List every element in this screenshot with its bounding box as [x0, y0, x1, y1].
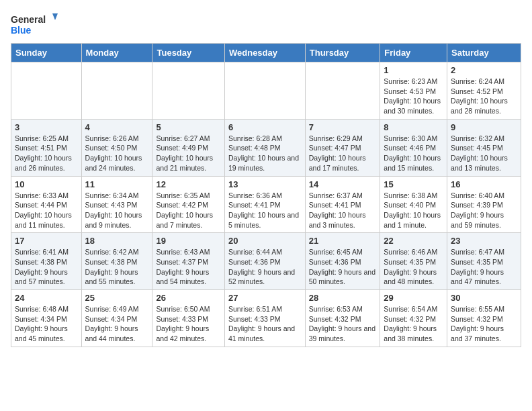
calendar-cell: 25Sunrise: 6:49 AMSunset: 4:34 PMDayligh…: [81, 290, 152, 347]
day-info: Sunrise: 6:28 AMSunset: 4:48 PMDaylight:…: [228, 134, 302, 173]
day-info: Sunrise: 6:54 AMSunset: 4:32 PMDaylight:…: [384, 304, 443, 344]
calendar-cell: 10Sunrise: 6:33 AMSunset: 4:44 PMDayligh…: [11, 176, 82, 233]
day-number: 14: [309, 179, 377, 189]
day-info: Sunrise: 6:29 AMSunset: 4:47 PMDaylight:…: [309, 134, 377, 173]
day-info: Sunrise: 6:53 AMSunset: 4:32 PMDaylight:…: [309, 304, 377, 344]
day-number: 17: [15, 236, 78, 246]
col-header-wednesday: Wednesday: [224, 44, 305, 62]
day-number: 27: [228, 293, 302, 303]
calendar-cell: 4Sunrise: 6:26 AMSunset: 4:50 PMDaylight…: [81, 119, 152, 176]
day-number: 15: [384, 179, 443, 189]
day-number: 2: [451, 65, 517, 75]
calendar-cell: 13Sunrise: 6:36 AMSunset: 4:41 PMDayligh…: [224, 176, 305, 233]
calendar-cell: [305, 62, 380, 120]
calendar-cell: 21Sunrise: 6:45 AMSunset: 4:36 PMDayligh…: [305, 233, 380, 290]
day-number: 30: [451, 293, 517, 303]
calendar-cell: 12Sunrise: 6:35 AMSunset: 4:42 PMDayligh…: [152, 176, 225, 233]
calendar-cell: [11, 62, 82, 120]
day-number: 29: [384, 293, 443, 303]
day-number: 11: [85, 179, 149, 189]
day-info: Sunrise: 6:50 AMSunset: 4:33 PMDaylight:…: [156, 304, 221, 344]
day-number: 1: [384, 65, 443, 75]
day-info: Sunrise: 6:45 AMSunset: 4:36 PMDaylight:…: [309, 247, 377, 287]
col-header-tuesday: Tuesday: [152, 44, 225, 62]
day-info: Sunrise: 6:38 AMSunset: 4:40 PMDaylight:…: [384, 191, 443, 230]
col-header-monday: Monday: [81, 44, 152, 62]
col-header-thursday: Thursday: [305, 44, 380, 62]
calendar-week-2: 3Sunrise: 6:25 AMSunset: 4:51 PMDaylight…: [11, 119, 521, 176]
calendar-cell: 1Sunrise: 6:23 AMSunset: 4:53 PMDaylight…: [380, 62, 447, 120]
calendar-header-row: SundayMondayTuesdayWednesdayThursdayFrid…: [11, 44, 521, 62]
day-info: Sunrise: 6:37 AMSunset: 4:41 PMDaylight:…: [309, 191, 377, 230]
day-info: Sunrise: 6:49 AMSunset: 4:34 PMDaylight:…: [85, 304, 149, 344]
calendar-cell: 8Sunrise: 6:30 AMSunset: 4:46 PMDaylight…: [380, 119, 447, 176]
calendar-week-4: 17Sunrise: 6:41 AMSunset: 4:38 PMDayligh…: [11, 233, 521, 290]
day-info: Sunrise: 6:30 AMSunset: 4:46 PMDaylight:…: [384, 134, 443, 173]
calendar-cell: 3Sunrise: 6:25 AMSunset: 4:51 PMDaylight…: [11, 119, 82, 176]
day-info: Sunrise: 6:25 AMSunset: 4:51 PMDaylight:…: [15, 134, 78, 173]
day-info: Sunrise: 6:33 AMSunset: 4:44 PMDaylight:…: [15, 191, 78, 230]
calendar-week-1: 1Sunrise: 6:23 AMSunset: 4:53 PMDaylight…: [11, 62, 521, 120]
day-number: 5: [156, 122, 221, 132]
day-info: Sunrise: 6:24 AMSunset: 4:52 PMDaylight:…: [451, 77, 517, 116]
day-info: Sunrise: 6:34 AMSunset: 4:43 PMDaylight:…: [85, 191, 149, 230]
calendar-cell: 30Sunrise: 6:55 AMSunset: 4:32 PMDayligh…: [447, 290, 521, 347]
calendar-cell: 19Sunrise: 6:43 AMSunset: 4:37 PMDayligh…: [152, 233, 225, 290]
day-number: 26: [156, 293, 221, 303]
calendar-cell: 9Sunrise: 6:32 AMSunset: 4:45 PMDaylight…: [447, 119, 521, 176]
calendar-body: 1Sunrise: 6:23 AMSunset: 4:53 PMDaylight…: [11, 62, 521, 347]
calendar-table: SundayMondayTuesdayWednesdayThursdayFrid…: [11, 43, 521, 347]
calendar-cell: 26Sunrise: 6:50 AMSunset: 4:33 PMDayligh…: [152, 290, 225, 347]
calendar-cell: 14Sunrise: 6:37 AMSunset: 4:41 PMDayligh…: [305, 176, 380, 233]
day-number: 13: [228, 179, 302, 189]
day-number: 8: [384, 122, 443, 132]
calendar-cell: [152, 62, 225, 120]
calendar-cell: 6Sunrise: 6:28 AMSunset: 4:48 PMDaylight…: [224, 119, 305, 176]
calendar-cell: 5Sunrise: 6:27 AMSunset: 4:49 PMDaylight…: [152, 119, 225, 176]
day-number: 18: [85, 236, 149, 246]
svg-text:Blue: Blue: [11, 25, 32, 36]
day-info: Sunrise: 6:48 AMSunset: 4:34 PMDaylight:…: [15, 304, 78, 344]
calendar-week-5: 24Sunrise: 6:48 AMSunset: 4:34 PMDayligh…: [11, 290, 521, 347]
calendar-cell: 7Sunrise: 6:29 AMSunset: 4:47 PMDaylight…: [305, 119, 380, 176]
calendar-cell: 16Sunrise: 6:40 AMSunset: 4:39 PMDayligh…: [447, 176, 521, 233]
logo-svg: General Blue: [11, 11, 58, 38]
day-info: Sunrise: 6:42 AMSunset: 4:38 PMDaylight:…: [85, 247, 149, 287]
calendar-cell: 17Sunrise: 6:41 AMSunset: 4:38 PMDayligh…: [11, 233, 82, 290]
calendar-cell: 2Sunrise: 6:24 AMSunset: 4:52 PMDaylight…: [447, 62, 521, 120]
calendar-cell: 24Sunrise: 6:48 AMSunset: 4:34 PMDayligh…: [11, 290, 82, 347]
calendar-cell: 22Sunrise: 6:46 AMSunset: 4:35 PMDayligh…: [380, 233, 447, 290]
calendar-cell: 11Sunrise: 6:34 AMSunset: 4:43 PMDayligh…: [81, 176, 152, 233]
calendar-cell: 23Sunrise: 6:47 AMSunset: 4:35 PMDayligh…: [447, 233, 521, 290]
day-info: Sunrise: 6:32 AMSunset: 4:45 PMDaylight:…: [451, 134, 517, 173]
calendar-cell: [224, 62, 305, 120]
col-header-saturday: Saturday: [447, 44, 521, 62]
col-header-sunday: Sunday: [11, 44, 82, 62]
day-number: 24: [15, 293, 78, 303]
day-info: Sunrise: 6:41 AMSunset: 4:38 PMDaylight:…: [15, 247, 78, 287]
day-info: Sunrise: 6:26 AMSunset: 4:50 PMDaylight:…: [85, 134, 149, 173]
day-number: 20: [228, 236, 302, 246]
svg-marker-2: [52, 13, 58, 20]
day-number: 9: [451, 122, 517, 132]
col-header-friday: Friday: [380, 44, 447, 62]
calendar-cell: 28Sunrise: 6:53 AMSunset: 4:32 PMDayligh…: [305, 290, 380, 347]
day-number: 23: [451, 236, 517, 246]
day-info: Sunrise: 6:27 AMSunset: 4:49 PMDaylight:…: [156, 134, 221, 173]
day-number: 10: [15, 179, 78, 189]
day-number: 6: [228, 122, 302, 132]
day-info: Sunrise: 6:47 AMSunset: 4:35 PMDaylight:…: [451, 247, 517, 287]
day-info: Sunrise: 6:55 AMSunset: 4:32 PMDaylight:…: [451, 304, 517, 344]
day-info: Sunrise: 6:43 AMSunset: 4:37 PMDaylight:…: [156, 247, 221, 287]
day-info: Sunrise: 6:40 AMSunset: 4:39 PMDaylight:…: [451, 191, 517, 230]
day-info: Sunrise: 6:44 AMSunset: 4:36 PMDaylight:…: [228, 247, 302, 287]
calendar-cell: 20Sunrise: 6:44 AMSunset: 4:36 PMDayligh…: [224, 233, 305, 290]
header: General Blue: [11, 11, 521, 38]
day-info: Sunrise: 6:23 AMSunset: 4:53 PMDaylight:…: [384, 77, 443, 116]
day-number: 7: [309, 122, 377, 132]
calendar-week-3: 10Sunrise: 6:33 AMSunset: 4:44 PMDayligh…: [11, 176, 521, 233]
day-number: 28: [309, 293, 377, 303]
calendar-cell: 27Sunrise: 6:51 AMSunset: 4:33 PMDayligh…: [224, 290, 305, 347]
day-info: Sunrise: 6:36 AMSunset: 4:41 PMDaylight:…: [228, 191, 302, 230]
day-number: 21: [309, 236, 377, 246]
